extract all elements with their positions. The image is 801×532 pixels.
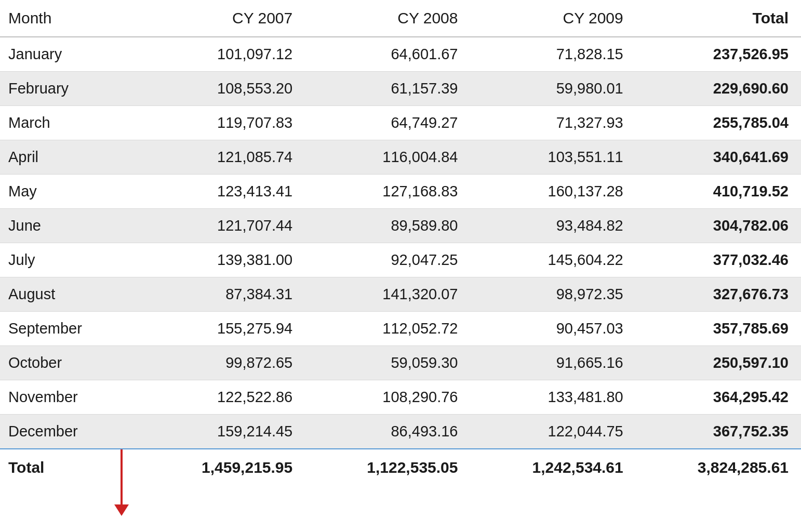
cell-month: June bbox=[0, 209, 140, 243]
table-row: June121,707.4489,589.8093,484.82304,782.… bbox=[0, 209, 801, 243]
cell-total: 364,295.42 bbox=[636, 380, 801, 415]
cell-month: October bbox=[0, 346, 140, 380]
cell-total: 367,752.35 bbox=[636, 415, 801, 449]
cell-total: 237,526.95 bbox=[636, 37, 801, 72]
cell-total: 340,641.69 bbox=[636, 140, 801, 175]
data-table: Month CY 2007 CY 2008 CY 2009 Total Janu… bbox=[0, 0, 801, 486]
cell-cy2007: 155,275.94 bbox=[140, 312, 305, 346]
table-row: September155,275.94112,052.7290,457.0335… bbox=[0, 312, 801, 346]
cell-total: 357,785.69 bbox=[636, 312, 801, 346]
table-row: August87,384.31141,320.0798,972.35327,67… bbox=[0, 277, 801, 312]
cell-total: 229,690.60 bbox=[636, 72, 801, 106]
table-wrapper: Month CY 2007 CY 2008 CY 2009 Total Janu… bbox=[0, 0, 801, 486]
footer-label: Total bbox=[0, 449, 140, 486]
cell-total: 304,782.06 bbox=[636, 209, 801, 243]
cell-month: August bbox=[0, 277, 140, 312]
table-row: January101,097.1264,601.6771,828.15237,5… bbox=[0, 37, 801, 72]
cell-total: 255,785.04 bbox=[636, 106, 801, 140]
footer-cy2008: 1,122,535.05 bbox=[305, 449, 470, 486]
cell-month: November bbox=[0, 380, 140, 415]
cell-cy2009: 160,137.28 bbox=[470, 175, 635, 209]
cell-cy2008: 112,052.72 bbox=[305, 312, 470, 346]
table-header-row: Month CY 2007 CY 2008 CY 2009 Total bbox=[0, 0, 801, 37]
cell-cy2008: 108,290.76 bbox=[305, 380, 470, 415]
cell-cy2008: 86,493.16 bbox=[305, 415, 470, 449]
cell-cy2009: 91,665.16 bbox=[470, 346, 635, 380]
cell-cy2007: 101,097.12 bbox=[140, 37, 305, 72]
cell-total: 377,032.46 bbox=[636, 243, 801, 277]
footer-total: 3,824,285.61 bbox=[636, 449, 801, 486]
cell-month: January bbox=[0, 37, 140, 72]
cell-cy2009: 122,044.75 bbox=[470, 415, 635, 449]
table-row: December159,214.4586,493.16122,044.75367… bbox=[0, 415, 801, 449]
table-row: October99,872.6559,059.3091,665.16250,59… bbox=[0, 346, 801, 380]
cell-cy2008: 89,589.80 bbox=[305, 209, 470, 243]
header-cy2007: CY 2007 bbox=[140, 0, 305, 37]
cell-cy2008: 59,059.30 bbox=[305, 346, 470, 380]
cell-month: May bbox=[0, 175, 140, 209]
cell-cy2009: 103,551.11 bbox=[470, 140, 635, 175]
header-month: Month bbox=[0, 0, 140, 37]
cell-cy2008: 116,004.84 bbox=[305, 140, 470, 175]
cell-month: April bbox=[0, 140, 140, 175]
cell-total: 410,719.52 bbox=[636, 175, 801, 209]
header-cy2009: CY 2009 bbox=[470, 0, 635, 37]
cell-cy2008: 127,168.83 bbox=[305, 175, 470, 209]
cell-cy2007: 108,553.20 bbox=[140, 72, 305, 106]
cell-cy2008: 64,749.27 bbox=[305, 106, 470, 140]
cell-cy2008: 92,047.25 bbox=[305, 243, 470, 277]
cell-total: 250,597.10 bbox=[636, 346, 801, 380]
cell-cy2007: 159,214.45 bbox=[140, 415, 305, 449]
table-row: November122,522.86108,290.76133,481.8036… bbox=[0, 380, 801, 415]
cell-cy2007: 122,522.86 bbox=[140, 380, 305, 415]
cell-cy2008: 61,157.39 bbox=[305, 72, 470, 106]
cell-month: March bbox=[0, 106, 140, 140]
cell-month: September bbox=[0, 312, 140, 346]
footer-cy2007: 1,459,215.95 bbox=[140, 449, 305, 486]
cell-cy2007: 119,707.83 bbox=[140, 106, 305, 140]
cell-cy2008: 64,601.67 bbox=[305, 37, 470, 72]
cell-cy2007: 123,413.41 bbox=[140, 175, 305, 209]
cell-cy2007: 87,384.31 bbox=[140, 277, 305, 312]
data-table-container: Month CY 2007 CY 2008 CY 2009 Total Janu… bbox=[0, 0, 801, 486]
cell-cy2007: 139,381.00 bbox=[140, 243, 305, 277]
cell-month: February bbox=[0, 72, 140, 106]
cell-cy2009: 93,484.82 bbox=[470, 209, 635, 243]
cell-cy2009: 71,828.15 bbox=[470, 37, 635, 72]
cell-cy2009: 133,481.80 bbox=[470, 380, 635, 415]
header-total: Total bbox=[636, 0, 801, 37]
cell-cy2009: 145,604.22 bbox=[470, 243, 635, 277]
table-footer-row: Total 1,459,215.95 1,122,535.05 1,242,53… bbox=[0, 449, 801, 486]
cell-cy2009: 71,327.93 bbox=[470, 106, 635, 140]
cell-cy2007: 121,707.44 bbox=[140, 209, 305, 243]
footer-cy2009: 1,242,534.61 bbox=[470, 449, 635, 486]
header-cy2008: CY 2008 bbox=[305, 0, 470, 37]
cell-cy2008: 141,320.07 bbox=[305, 277, 470, 312]
cell-total: 327,676.73 bbox=[636, 277, 801, 312]
table-row: February108,553.2061,157.3959,980.01229,… bbox=[0, 72, 801, 106]
table-row: May123,413.41127,168.83160,137.28410,719… bbox=[0, 175, 801, 209]
table-row: April121,085.74116,004.84103,551.11340,6… bbox=[0, 140, 801, 175]
cell-cy2009: 90,457.03 bbox=[470, 312, 635, 346]
cell-cy2007: 121,085.74 bbox=[140, 140, 305, 175]
cell-cy2007: 99,872.65 bbox=[140, 346, 305, 380]
cell-month: July bbox=[0, 243, 140, 277]
table-row: March119,707.8364,749.2771,327.93255,785… bbox=[0, 106, 801, 140]
cell-cy2009: 59,980.01 bbox=[470, 72, 635, 106]
cell-cy2009: 98,972.35 bbox=[470, 277, 635, 312]
table-row: July139,381.0092,047.25145,604.22377,032… bbox=[0, 243, 801, 277]
cell-month: December bbox=[0, 415, 140, 449]
